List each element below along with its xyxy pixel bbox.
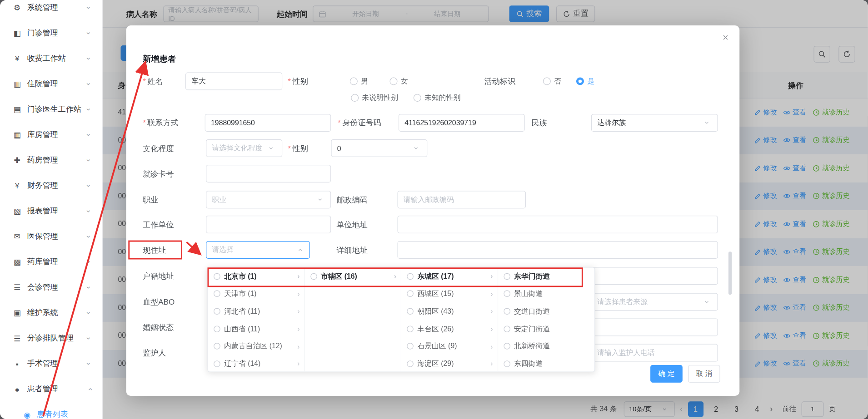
chevron-right-icon — [297, 360, 299, 368]
current-address-cascader[interactable]: 请选择 — [206, 241, 310, 259]
radio-icon — [407, 343, 414, 350]
cascader-option[interactable]: 东华门街道 — [498, 268, 595, 285]
active-flag-radio-yes[interactable]: 是 — [576, 73, 594, 90]
cascader-option[interactable]: 交道口街道 — [498, 302, 595, 320]
radio-icon — [543, 78, 551, 85]
active-flag-label: 活动标识 — [484, 73, 515, 90]
cascader-option[interactable]: 朝阳区 (43) — [401, 302, 497, 320]
employer-label: 工作单位 — [143, 216, 174, 233]
marital-status-label: 婚姻状态 — [143, 319, 174, 336]
sidebar-item[interactable]: ✚ 药房管理 — [0, 148, 102, 173]
sidebar-item[interactable]: ¥ 收费工作站 — [0, 46, 102, 71]
contact-input[interactable]: 19880991650 — [205, 114, 331, 132]
active-flag-radio-no[interactable]: 否 — [543, 73, 561, 90]
sidebar-item-label: 收费工作站 — [27, 54, 88, 64]
chevron-icon — [87, 386, 94, 393]
radio-icon — [504, 273, 510, 280]
cascader-option-label: 东城区 (17) — [417, 271, 454, 281]
patient-list-icon: ◉ — [22, 410, 32, 419]
sidebar-item[interactable]: ▥ 住院管理 — [0, 71, 102, 97]
gender2-select[interactable]: 0 — [331, 139, 427, 157]
radio-checked-icon — [576, 78, 584, 85]
sidebar-item[interactable]: ◧ 门诊管理 — [0, 20, 102, 46]
sidebar-item-label: 库房管理 — [27, 130, 88, 140]
sidebar-item[interactable]: ⚙ 系统管理 — [0, 0, 102, 20]
household-address-input[interactable] — [591, 267, 718, 285]
sidebar-item[interactable]: ✉ 医保管理 — [0, 224, 102, 249]
radio-icon — [214, 291, 220, 297]
sidebar-item-label: 医保管理 — [27, 232, 88, 242]
cascader-option[interactable]: 山西省 (11) — [208, 320, 304, 337]
cascader-option[interactable]: 丰台区 (26) — [401, 320, 497, 337]
cascader-option[interactable]: 安定门街道 — [498, 320, 595, 337]
ethnicity-select[interactable]: 达斡尔族 — [591, 114, 718, 132]
sidebar-item-icon: ▥ — [12, 79, 22, 88]
sidebar-item[interactable]: ▩ 药库管理 — [0, 249, 102, 275]
cascader-option-label: 西城区 (15) — [417, 289, 454, 299]
employer-input[interactable] — [206, 216, 331, 233]
dialog-scrollbar[interactable] — [728, 251, 732, 295]
employer-address-input[interactable] — [398, 216, 718, 233]
dialog-title: 新增患者 — [143, 54, 176, 64]
cascader-option[interactable]: 河北省 (11) — [208, 302, 304, 320]
gender-radio-unexplained[interactable]: 未说明性别 — [351, 90, 398, 106]
cascader-option[interactable]: 北新桥街道 — [498, 337, 595, 355]
guardian-phone-input[interactable]: 请输入监护人电话 — [591, 344, 718, 362]
education-select[interactable]: 请选择文化程度 — [206, 139, 282, 157]
sidebar-item[interactable]: ☰ 分诊排队管理 — [0, 325, 102, 351]
sidebar-item[interactable]: ▣ 维护系统 — [0, 300, 102, 325]
cascader-option[interactable]: 景山街道 — [498, 285, 595, 302]
cascader-option[interactable]: 北京市 (1) — [208, 268, 304, 285]
cascader-option[interactable]: 石景山区 (9) — [401, 337, 497, 355]
sidebar-item[interactable]: ¥ 财务管理 — [0, 173, 102, 198]
radio-icon — [214, 360, 220, 367]
cascader-option[interactable]: 辽宁省 (14) — [208, 355, 304, 372]
sidebar-item[interactable]: ☰ 会诊管理 — [0, 275, 102, 300]
radio-icon — [214, 343, 220, 350]
patient-source-select[interactable]: 请选择患者来源 — [591, 293, 718, 311]
chevron-right-icon — [297, 272, 299, 281]
cascader-option[interactable]: 海淀区 (29) — [401, 355, 497, 372]
chevron-icon — [87, 284, 94, 291]
confirm-button[interactable]: 确 定 — [650, 365, 683, 383]
chevron-icon — [87, 335, 94, 342]
sidebar-item[interactable]: ▪ 手术管理 — [0, 351, 102, 376]
cascader-option[interactable]: 东城区 (17) — [401, 268, 497, 285]
marital-extra-input[interactable] — [591, 319, 718, 336]
name-input[interactable]: 牢大 — [185, 73, 282, 90]
radio-icon — [407, 325, 414, 332]
add-patient-dialog: 新增患者 × *姓名 牢大 *性别 男 女 活动标识 否 是 未说明性别 未知的… — [126, 25, 740, 396]
cascader-option-label: 交道口街道 — [514, 306, 550, 316]
sidebar-item-label: 会诊管理 — [27, 282, 88, 292]
gender-radio-unknown[interactable]: 未知的性别 — [414, 90, 461, 106]
cascader-option[interactable]: 西城区 (15) — [401, 285, 497, 302]
cascader-option-label: 市辖区 (16) — [321, 271, 357, 281]
sidebar-item-patient-list[interactable]: ◉ 患者列表 — [0, 402, 102, 419]
occupation-select[interactable]: 职业 — [206, 191, 331, 208]
chevron-icon — [87, 259, 94, 266]
cascader-option[interactable]: 内蒙古自治区 (12) — [208, 337, 304, 355]
cancel-button[interactable]: 取 消 — [688, 365, 720, 383]
gender2-label: *性别 — [288, 139, 308, 157]
sidebar-item[interactable]: ▧ 报表管理 — [0, 198, 102, 224]
gender-radio-female[interactable]: 女 — [389, 73, 408, 90]
chevron-down-icon — [414, 144, 421, 152]
sidebar-item[interactable]: ▦ 库房管理 — [0, 122, 102, 148]
cascader-city-column: 市辖区 (16) — [305, 268, 402, 372]
close-icon[interactable]: × — [723, 32, 728, 44]
sidebar-item[interactable]: ● 患者管理 — [0, 376, 102, 402]
sidebar-item[interactable]: ▤ 门诊医生工作站 — [0, 97, 102, 122]
gender-radio-male[interactable]: 男 — [350, 73, 368, 90]
postcode-input[interactable]: 请输入邮政编码 — [398, 191, 526, 208]
cascader-option[interactable]: 市辖区 (16) — [305, 268, 401, 285]
cascader-option[interactable]: 东四街道 — [498, 355, 595, 372]
radio-icon — [214, 273, 220, 280]
cascader-option[interactable]: 天津市 (1) — [208, 285, 304, 302]
idcard-input[interactable]: 411625192602039719 — [399, 114, 525, 132]
visit-card-input[interactable] — [206, 165, 331, 182]
chevron-down-icon — [269, 144, 276, 152]
chevron-icon — [87, 182, 94, 189]
radio-icon — [504, 360, 510, 367]
chevron-right-icon — [490, 325, 493, 333]
detail-address-input[interactable] — [398, 241, 718, 259]
